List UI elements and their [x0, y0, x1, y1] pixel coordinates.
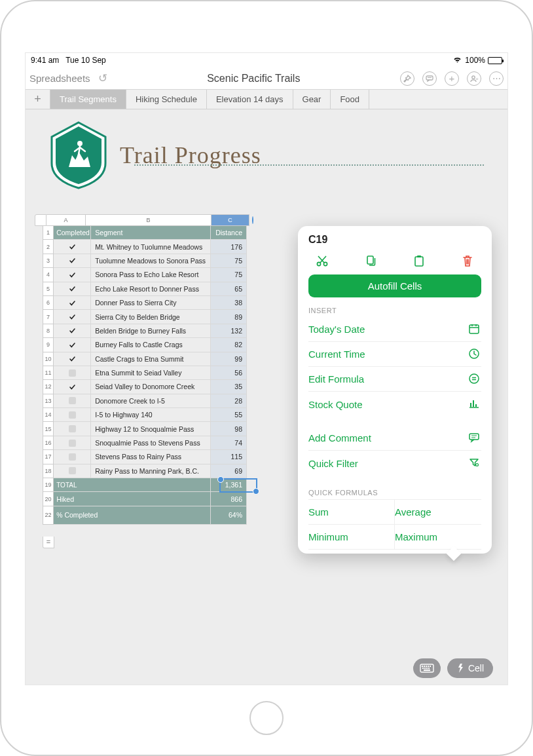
segment-cell[interactable]: Seiad Valley to Donomore Creek: [91, 380, 210, 394]
distance-cell[interactable]: 115: [211, 450, 247, 464]
segment-cell[interactable]: I-5 to Highway 140: [91, 408, 210, 422]
insert-toolbar-icon[interactable]: +: [445, 71, 459, 86]
completed-cell[interactable]: [54, 296, 91, 310]
segment-cell[interactable]: Sierra City to Belden Bridge: [91, 310, 210, 324]
copy-icon[interactable]: [363, 254, 378, 268]
collaborate-icon[interactable]: [467, 71, 481, 86]
distance-cell[interactable]: 35: [211, 380, 247, 394]
distance-cell[interactable]: 99: [211, 352, 247, 366]
segment-cell[interactable]: Etna Summit to Seiad Valley: [91, 366, 210, 380]
completed-cell[interactable]: [54, 310, 91, 324]
row-header[interactable]: 16: [43, 436, 54, 450]
row-header[interactable]: 8: [43, 324, 54, 338]
document-title[interactable]: Scenic Pacific Trails: [207, 73, 300, 85]
row-header[interactable]: 9: [43, 338, 54, 352]
completed-cell[interactable]: [54, 394, 91, 408]
distance-cell[interactable]: 176: [211, 240, 247, 254]
back-to-spreadsheets[interactable]: Spreadsheets: [29, 73, 90, 84]
completed-cell[interactable]: [54, 380, 91, 394]
completed-cell[interactable]: [54, 464, 91, 478]
row-header[interactable]: 4: [43, 268, 54, 282]
header-completed[interactable]: Completed: [54, 226, 91, 240]
segment-cell[interactable]: Donomore Creek to I-5: [91, 394, 210, 408]
completed-cell[interactable]: [54, 324, 91, 338]
quick-formula-minimum[interactable]: Minimum: [308, 525, 395, 550]
sheet-tab-2[interactable]: Elevation 14 days: [207, 90, 293, 109]
cell-mode-button[interactable]: Cell: [447, 658, 493, 678]
row-header[interactable]: 15: [43, 422, 54, 436]
segment-cell[interactable]: Stevens Pass to Rainy Pass: [91, 450, 210, 464]
action-quick-filter[interactable]: Quick Filter: [308, 451, 481, 476]
sheet-tab-3[interactable]: Gear: [293, 90, 331, 109]
row-header[interactable]: 12: [43, 380, 54, 394]
header-segment[interactable]: Segment: [91, 226, 210, 240]
distance-cell[interactable]: 75: [211, 254, 247, 268]
completed-cell[interactable]: [54, 422, 91, 436]
segment-cell[interactable]: Belden Bridge to Burney Falls: [91, 324, 210, 338]
row-header[interactable]: 3: [43, 254, 54, 268]
footer-label-cell[interactable]: TOTAL: [54, 478, 210, 492]
header-distance[interactable]: Distance: [211, 226, 247, 240]
spreadsheet-table[interactable]: A B C 1 Completed Segment Distance 2Mt. …: [32, 214, 247, 537]
row-header[interactable]: 7: [43, 310, 54, 324]
row-header[interactable]: 5: [43, 282, 54, 296]
footer-value-cell[interactable]: 64%: [211, 506, 247, 525]
distance-cell[interactable]: 89: [211, 310, 247, 324]
column-extend-handle[interactable]: [252, 216, 253, 224]
row-header[interactable]: 11: [43, 366, 54, 380]
column-header-c[interactable]: C: [211, 214, 249, 226]
pin-icon[interactable]: [400, 71, 414, 86]
quick-formula-sum[interactable]: Sum: [308, 500, 395, 525]
distance-cell[interactable]: 38: [211, 296, 247, 310]
more-icon[interactable]: ⋯: [489, 71, 504, 86]
row-header[interactable]: 22: [43, 506, 54, 525]
formula-handle[interactable]: =: [43, 537, 54, 548]
sheet-tab-4[interactable]: Food: [331, 90, 369, 109]
completed-cell[interactable]: [54, 450, 91, 464]
sheet-tab-0[interactable]: Trail Segments: [50, 90, 126, 109]
insert-edit-formula[interactable]: Edit Formula: [308, 367, 481, 392]
quick-formula-average[interactable]: Average: [395, 500, 481, 525]
keyboard-button[interactable]: [413, 658, 441, 678]
sheet-tab-1[interactable]: Hiking Schedule: [126, 90, 207, 109]
footer-value-cell[interactable]: 1,361: [211, 478, 247, 492]
row-header[interactable]: 19: [43, 478, 54, 492]
completed-cell[interactable]: [54, 240, 91, 254]
completed-cell[interactable]: [54, 408, 91, 422]
segment-cell[interactable]: Mt. Whitney to Tuolumne Meadows: [91, 240, 210, 254]
row-header[interactable]: 1: [43, 226, 54, 240]
segment-cell[interactable]: Snoqualmie Pass to Stevens Pass: [91, 436, 210, 450]
distance-cell[interactable]: 98: [211, 422, 247, 436]
column-header-b[interactable]: B: [86, 214, 211, 226]
footer-label-cell[interactable]: Hiked: [54, 492, 210, 506]
home-button[interactable]: [249, 701, 284, 735]
segment-cell[interactable]: Tuolumne Meadows to Sonora Pass: [91, 254, 210, 268]
distance-cell[interactable]: 75: [211, 268, 247, 282]
segment-cell[interactable]: Highway 12 to Snoqualmie Pass: [91, 422, 210, 436]
segment-cell[interactable]: Sonora Pass to Echo Lake Resort: [91, 268, 210, 282]
insert-today-s-date[interactable]: Today's Date: [308, 317, 481, 342]
segment-cell[interactable]: Castle Crags to Etna Summit: [91, 352, 210, 366]
segment-cell[interactable]: Donner Pass to Sierra City: [91, 296, 210, 310]
add-sheet-button[interactable]: +: [26, 90, 50, 109]
distance-cell[interactable]: 56: [211, 366, 247, 380]
completed-cell[interactable]: [54, 436, 91, 450]
paste-icon[interactable]: [412, 254, 426, 268]
row-header[interactable]: 17: [43, 450, 54, 464]
completed-cell[interactable]: [54, 254, 91, 268]
row-header[interactable]: 6: [43, 296, 54, 310]
distance-cell[interactable]: 74: [211, 436, 247, 450]
distance-cell[interactable]: 65: [211, 282, 247, 296]
completed-cell[interactable]: [54, 338, 91, 352]
column-header-a[interactable]: A: [46, 214, 86, 226]
completed-cell[interactable]: [54, 268, 91, 282]
row-header[interactable]: 18: [43, 464, 54, 478]
row-header[interactable]: 10: [43, 352, 54, 366]
comment-toolbar-icon[interactable]: [422, 71, 437, 86]
autofill-cells-button[interactable]: Autofill Cells: [308, 274, 481, 297]
undo-icon[interactable]: ↺: [98, 71, 107, 85]
distance-cell[interactable]: 55: [211, 408, 247, 422]
action-add-comment[interactable]: Add Comment: [308, 426, 481, 451]
row-header[interactable]: 13: [43, 394, 54, 408]
row-header[interactable]: 20: [43, 492, 54, 506]
